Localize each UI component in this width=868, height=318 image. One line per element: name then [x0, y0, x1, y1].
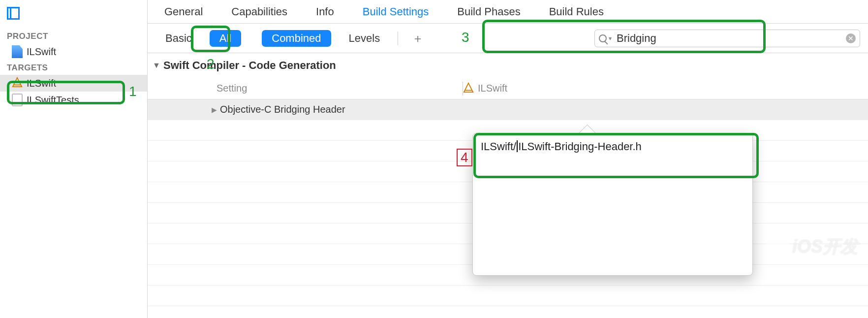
section-title: Swift Compiler - Code Generation [163, 59, 336, 72]
target-item-ilswift[interactable]: ILSwift [0, 75, 147, 92]
target-item-ilswifttests[interactable]: ILSwiftTests [0, 92, 147, 108]
table-row [148, 286, 868, 306]
project-item[interactable]: ILSwift [0, 43, 147, 60]
target-name: ILSwift [27, 78, 56, 89]
main: General Capabilities Info Build Settings… [148, 0, 868, 318]
chevron-right-icon[interactable]: ▶ [212, 106, 217, 114]
value-text[interactable]: ILSwift/ILSwift-Bridging-Header.h [481, 140, 642, 153]
text-cursor [517, 140, 518, 152]
scope-basic[interactable]: Basic [155, 30, 202, 47]
clear-search-button[interactable]: ✕ [846, 33, 856, 43]
app-target-icon [463, 82, 474, 95]
tab-info[interactable]: Info [314, 5, 336, 18]
chevron-down-icon[interactable]: ▾ [609, 35, 612, 42]
add-build-setting-button[interactable]: ＋ [406, 31, 430, 46]
test-target-icon [12, 94, 23, 106]
tab-general[interactable]: General [162, 5, 205, 18]
tab-build-phases[interactable]: Build Phases [455, 5, 522, 18]
svg-marker-0 [13, 78, 22, 87]
view-combined[interactable]: Combined [262, 30, 331, 47]
value-editor-popover[interactable]: ILSwift/ILSwift-Bridging-Header.h [472, 133, 753, 276]
app-target-icon [12, 77, 23, 90]
watermark: iOS开发 [767, 235, 858, 259]
project-section-label: PROJECT [0, 29, 147, 43]
search-icon [599, 34, 607, 42]
tab-build-settings[interactable]: Build Settings [361, 5, 431, 18]
view-levels[interactable]: Levels [339, 30, 390, 47]
navigator-icon[interactable] [7, 7, 20, 20]
target-name: ILSwiftTests [27, 95, 79, 106]
column-headers: Setting ILSwift [148, 78, 868, 99]
targets-section-label: TARGETS [0, 60, 147, 75]
tab-build-rules[interactable]: Build Rules [547, 5, 606, 18]
setting-name: Objective-C Bridging Header [220, 104, 345, 115]
column-target: ILSwift [463, 82, 507, 95]
search-field[interactable]: ▾ ✕ [594, 30, 860, 47]
wechat-icon [767, 238, 789, 256]
search-input[interactable] [617, 32, 846, 45]
editor-tabs: General Capabilities Info Build Settings… [148, 0, 868, 24]
column-setting: Setting [148, 83, 463, 94]
svg-marker-2 [464, 83, 473, 92]
scope-all[interactable]: All [210, 30, 241, 47]
filter-bar: Basic All Combined Levels ＋ ▾ ✕ [148, 24, 868, 53]
sidebar: PROJECT ILSwift TARGETS ILSwift ILSwiftT… [0, 0, 148, 318]
disclosure-triangle-icon[interactable]: ▼ [153, 61, 160, 70]
setting-row-bridging-header[interactable]: ▶ Objective-C Bridging Header [148, 99, 868, 120]
project-name: ILSwift [27, 46, 56, 58]
xcodeproj-icon [12, 45, 23, 58]
tab-capabilities[interactable]: Capabilities [229, 5, 289, 18]
separator [398, 32, 398, 45]
